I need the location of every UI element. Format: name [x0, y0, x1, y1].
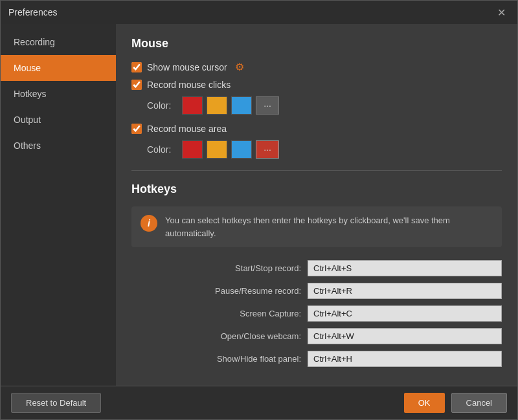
hotkey-row-pause-resume: Pause/Resume record:: [131, 283, 502, 299]
content-area: Mouse Show mouse cursor ⚙ Record mouse c…: [116, 24, 517, 386]
sidebar-item-mouse[interactable]: Mouse: [1, 55, 116, 81]
sidebar-item-output[interactable]: Output: [1, 107, 116, 133]
record-clicks-label: Record mouse clicks: [147, 80, 231, 90]
hotkeys-section: Hotkeys i You can select hotkeys then en…: [131, 182, 502, 367]
area-color-yellow[interactable]: [207, 140, 227, 159]
clicks-color-more[interactable]: ···: [256, 96, 279, 115]
gear-icon[interactable]: ⚙: [235, 61, 244, 73]
mouse-section-title: Mouse: [131, 37, 502, 50]
area-color-red[interactable]: [182, 140, 203, 159]
info-icon: i: [141, 215, 157, 232]
clicks-color-red[interactable]: [182, 96, 203, 115]
hotkeys-info-text: You can select hotkeys then enter the ho…: [165, 214, 493, 239]
area-color-blue[interactable]: [231, 140, 252, 159]
section-divider: [131, 170, 502, 171]
hotkey-input-pause-resume[interactable]: [308, 283, 502, 299]
hotkey-label-screen-capture: Screen Capture:: [178, 309, 301, 318]
footer-right: OK Cancel: [404, 393, 507, 413]
record-area-row: Record mouse area: [131, 124, 502, 134]
title-bar: Preferences ✕: [1, 1, 517, 24]
area-color-row: Color: ···: [147, 140, 502, 159]
hotkey-row-open-close-webcam: Open/Close webcam:: [131, 328, 502, 344]
hotkey-label-start-stop: Start/Stop record:: [178, 263, 301, 273]
cancel-button[interactable]: Cancel: [451, 393, 507, 413]
ok-button[interactable]: OK: [404, 393, 445, 413]
hotkeys-section-title: Hotkeys: [131, 182, 502, 196]
sidebar-item-hotkeys[interactable]: Hotkeys: [1, 81, 116, 107]
preferences-dialog: Preferences ✕ Recording Mouse Hotkeys Ou…: [0, 0, 518, 420]
show-cursor-label: Show mouse cursor: [147, 62, 227, 72]
hotkey-label-pause-resume: Pause/Resume record:: [178, 286, 301, 296]
area-color-more[interactable]: ···: [256, 140, 279, 159]
clicks-color-row: Color: ···: [147, 96, 502, 115]
hotkey-row-screen-capture: Screen Capture:: [131, 305, 502, 322]
hotkey-label-show-hide-panel: Show/Hide float panel:: [178, 354, 301, 364]
show-cursor-row: Show mouse cursor ⚙: [131, 61, 502, 73]
sidebar-item-others[interactable]: Others: [1, 133, 116, 159]
record-clicks-row: Record mouse clicks: [131, 80, 502, 90]
reset-button[interactable]: Reset to Default: [11, 393, 101, 413]
clicks-color-blue[interactable]: [231, 96, 252, 115]
record-clicks-checkbox[interactable]: [131, 80, 142, 90]
show-cursor-checkbox[interactable]: [131, 62, 142, 72]
hotkeys-info-box: i You can select hotkeys then enter the …: [131, 206, 502, 247]
area-color-label: Color:: [147, 144, 174, 155]
sidebar: Recording Mouse Hotkeys Output Others: [1, 24, 116, 386]
clicks-color-label: Color:: [147, 100, 174, 111]
hotkey-input-start-stop[interactable]: [308, 260, 502, 276]
hotkey-row-start-stop: Start/Stop record:: [131, 260, 502, 276]
hotkey-input-screen-capture[interactable]: [308, 305, 502, 322]
hotkey-row-show-hide-panel: Show/Hide float panel:: [131, 351, 502, 367]
record-area-checkbox[interactable]: [131, 124, 142, 134]
dialog-body: Recording Mouse Hotkeys Output Others Mo…: [1, 24, 517, 386]
footer: Reset to Default OK Cancel: [1, 386, 517, 419]
hotkey-input-open-close-webcam[interactable]: [308, 328, 502, 344]
close-button[interactable]: ✕: [493, 5, 510, 20]
hotkey-input-show-hide-panel[interactable]: [308, 351, 502, 367]
dialog-title: Preferences: [8, 7, 57, 17]
sidebar-item-recording[interactable]: Recording: [1, 29, 116, 55]
record-area-label: Record mouse area: [147, 124, 227, 134]
clicks-color-yellow[interactable]: [207, 96, 227, 115]
hotkey-label-open-close-webcam: Open/Close webcam:: [178, 331, 301, 341]
